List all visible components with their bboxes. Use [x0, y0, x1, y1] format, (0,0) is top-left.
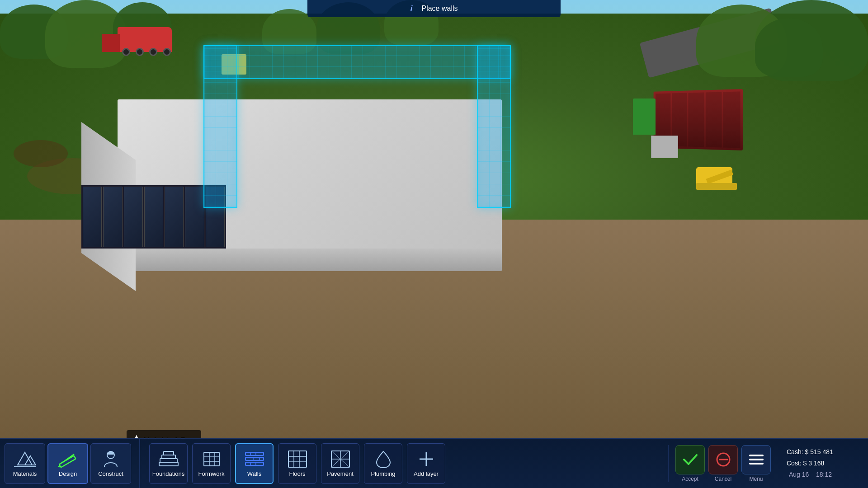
svg-rect-9 — [162, 455, 175, 459]
pavement-label: Pavement — [327, 470, 354, 477]
foundations-label: Foundations — [152, 470, 185, 477]
svg-rect-18 — [245, 457, 264, 460]
add-layer-label: Add layer — [414, 470, 439, 477]
menu-lines-icon — [749, 455, 764, 465]
materials-icon — [14, 450, 36, 468]
svg-rect-26 — [288, 451, 307, 467]
truck — [118, 27, 172, 52]
floors-label: Floors — [289, 470, 305, 477]
svg-marker-1 — [25, 456, 36, 465]
category-construct[interactable]: Construct — [90, 443, 131, 484]
blue-wall-right — [477, 45, 511, 208]
cancel-button[interactable] — [708, 445, 738, 474]
pavement-icon — [330, 450, 351, 469]
tree-right-3 — [755, 18, 823, 77]
info-icon: i — [410, 4, 412, 14]
blue-wall-top — [203, 45, 511, 79]
materials-label: Materials — [13, 470, 37, 477]
category-design[interactable]: Design — [47, 443, 88, 484]
foundations-icon — [158, 450, 179, 469]
cancel-label: Cancel — [715, 476, 731, 482]
svg-line-5 — [61, 454, 74, 463]
svg-rect-17 — [245, 452, 264, 455]
main-categories: Materials Design — [0, 439, 140, 488]
floors-icon — [287, 450, 308, 469]
tool-walls[interactable]: Walls — [235, 443, 274, 484]
accept-label: Accept — [682, 476, 698, 482]
excavator — [696, 154, 741, 190]
info-message: Place walls — [421, 5, 458, 13]
svg-rect-7 — [107, 452, 114, 455]
svg-rect-10 — [164, 451, 174, 455]
add-layer-icon — [416, 450, 437, 469]
slab-front — [118, 249, 502, 271]
svg-rect-8 — [160, 459, 177, 462]
right-actions: Accept Cancel Menu — [668, 445, 778, 482]
walls-label: Walls — [247, 470, 261, 477]
tool-formwork[interactable]: Formwork — [192, 443, 231, 484]
svg-rect-11 — [159, 462, 178, 466]
porta-potty — [633, 99, 656, 135]
formwork-label: Formwork — [198, 470, 225, 477]
concrete-block — [651, 136, 678, 158]
category-materials[interactable]: Materials — [5, 443, 45, 484]
tool-floors[interactable]: Floors — [278, 443, 316, 484]
holographic-walls — [203, 45, 511, 208]
plumbing-icon — [373, 450, 394, 469]
design-label: Design — [59, 470, 77, 477]
time-value: 18:12 — [816, 471, 832, 478]
date-value: Aug 16 — [789, 471, 809, 478]
formwork-icon — [201, 450, 222, 469]
cancel-wrapper: Cancel — [708, 445, 738, 482]
design-icon — [57, 450, 79, 468]
tool-foundations[interactable]: Foundations — [149, 443, 188, 484]
plumbing-label: Plumbing — [371, 470, 395, 477]
svg-marker-0 — [18, 452, 32, 465]
timestamp: Aug 16 18:12 — [787, 469, 859, 480]
menu-button[interactable] — [741, 445, 771, 474]
construct-label: Construct — [98, 470, 123, 477]
svg-rect-12 — [204, 452, 219, 466]
menu-wrapper: Menu — [741, 445, 771, 482]
dirt-pile-2 — [14, 140, 68, 167]
bottom-toolbar: Materials Design — [0, 438, 868, 488]
blue-wall-left — [203, 45, 237, 208]
game-viewport: ▲ ▼ Height: 1.5 m — [0, 0, 868, 488]
walls-icon — [244, 450, 265, 469]
cash-display: Cash: $ 515 481 Cost: $ 3 168 Aug 16 18:… — [778, 446, 868, 481]
svg-rect-3 — [59, 455, 76, 467]
tool-pavement[interactable]: Pavement — [321, 443, 359, 484]
svg-rect-19 — [245, 462, 264, 465]
tool-plumbing[interactable]: Plumbing — [364, 443, 402, 484]
construct-icon — [99, 450, 122, 468]
tool-add-layer[interactable]: Add layer — [407, 443, 445, 484]
accept-wrapper: Accept — [675, 445, 705, 482]
info-bar: i Place walls — [307, 0, 561, 17]
accept-button[interactable] — [675, 445, 705, 474]
menu-label: Menu — [749, 476, 763, 482]
cost-value: Cost: $ 3 168 — [787, 458, 859, 469]
sub-toolbar: Foundations Formwork — [140, 443, 668, 484]
cash-value: Cash: $ 515 481 — [787, 446, 859, 458]
